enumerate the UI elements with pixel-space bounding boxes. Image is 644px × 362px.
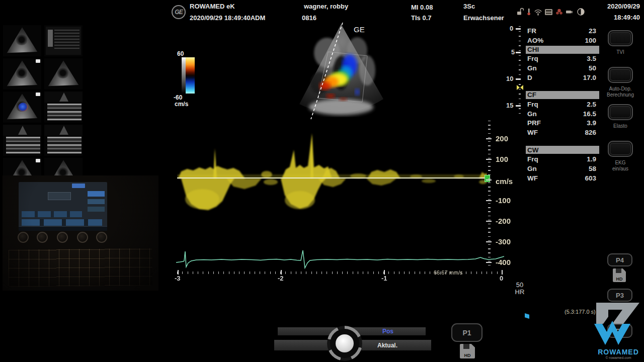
keyboard xyxy=(9,248,153,287)
hd-save-icon[interactable]: HD xyxy=(613,268,626,282)
softkey-button[interactable] xyxy=(608,30,633,46)
contrast-icon xyxy=(577,8,585,16)
section-header-chi: CHI xyxy=(526,46,599,54)
velocity-label: -300 xyxy=(496,237,511,246)
usb-icon xyxy=(566,8,575,16)
velocity-label: 100 xyxy=(496,155,508,163)
patient-id: 0816 xyxy=(302,14,316,22)
param-label: FR xyxy=(527,27,536,35)
depth-label: 15 xyxy=(506,102,513,109)
colorbar-max: 60 xyxy=(177,50,184,57)
softkey-tvi[interactable]: TVI xyxy=(606,30,634,55)
network-icon xyxy=(555,8,564,16)
hd-save-icon[interactable]: HD xyxy=(460,344,475,358)
thumbnail-2d[interactable] xyxy=(44,58,83,89)
softkey-button[interactable] xyxy=(608,67,633,83)
focus-marker[interactable] xyxy=(517,85,523,90)
probe-name: 3Sc xyxy=(463,3,475,10)
unlock-icon xyxy=(516,8,524,16)
trackball-function-pos: Pos xyxy=(382,328,393,335)
cine-loop-duration: (5.3:177.0 s) xyxy=(565,309,596,315)
softkey-button[interactable] xyxy=(608,141,633,157)
time-label: 0 xyxy=(500,275,503,282)
rowamed-logo-site: © rowamed.com xyxy=(593,356,644,359)
rotary-knob xyxy=(57,232,68,243)
hr-value: 50 xyxy=(512,282,527,289)
velocity-label: -200 xyxy=(496,217,511,225)
cine-marker-icon xyxy=(525,313,529,319)
grayscale-bar xyxy=(182,57,186,94)
facility-name: ROWAMED eK xyxy=(190,3,235,10)
rotary-knob xyxy=(96,232,107,243)
softkey-elasto[interactable]: Elasto xyxy=(606,104,634,129)
depth-label: 10 xyxy=(506,75,513,82)
thumbnail-2d[interactable] xyxy=(3,25,41,56)
archive-icon xyxy=(544,8,553,16)
ultrasound-screen: GE ROWAMED eK 2020/09/29 18:49:40ADM wag… xyxy=(0,0,644,362)
rotary-knob xyxy=(37,232,48,243)
exam-datetime: 2020/09/29 18:49:40ADM xyxy=(190,14,265,22)
probe-temp-icon xyxy=(526,8,532,16)
thumbnail-2d[interactable] xyxy=(3,58,41,89)
time-label: -3 xyxy=(175,275,181,282)
rowamed-logo-mark xyxy=(593,302,643,346)
thumbnail-mmode[interactable] xyxy=(44,92,83,123)
softkey-auto-dop[interactable]: Auto-Dop.Berechnung xyxy=(606,67,634,98)
acquisition-parameters: FR23 AO%100 CHI Frq3.5 Gn50 D17.0 CF Frq… xyxy=(526,26,599,183)
depth-label: 5 xyxy=(511,48,515,56)
clipboard-thumbnails xyxy=(3,25,83,189)
softkey-button[interactable] xyxy=(608,104,633,120)
p3-button[interactable]: P3 xyxy=(607,289,632,302)
current-time: 18:49:40 xyxy=(614,14,640,21)
rotary-knob xyxy=(77,232,88,243)
thumbnail-mmode[interactable] xyxy=(44,125,83,156)
tis-readout: TIs 0.7 xyxy=(411,14,432,22)
velocity-unit: cm/s xyxy=(496,177,513,186)
param-value: 23 xyxy=(589,27,596,35)
depth-ruler xyxy=(519,26,521,118)
spectral-doppler-trace[interactable] xyxy=(177,120,487,266)
section-header-cf: CF xyxy=(526,91,599,99)
colorbar-min: -60 xyxy=(174,94,182,101)
velocity-ruler xyxy=(488,121,491,265)
thumbnail-worksheet[interactable] xyxy=(44,25,83,56)
sweep-speed: 66.67 mm/s xyxy=(434,269,462,276)
thumbnail-color-doppler[interactable] xyxy=(3,92,41,123)
velocity-label: -100 xyxy=(496,196,511,205)
touch-panel-screen xyxy=(19,182,107,231)
operator-webcam-view xyxy=(3,175,158,291)
p1-button[interactable]: P1 xyxy=(451,323,482,342)
preset-name: Erwachsener xyxy=(463,14,504,22)
trackball-function-aktual: Aktual. xyxy=(377,342,397,349)
depth-label: 0 xyxy=(510,25,513,32)
p4-button[interactable]: P4 xyxy=(607,253,632,266)
color-doppler-bar xyxy=(186,57,195,94)
rotary-knob xyxy=(18,232,29,243)
rowamed-logo-text: ROWAMED xyxy=(593,348,644,356)
hr-label: HR xyxy=(512,289,527,296)
time-label: -2 xyxy=(278,275,284,282)
mi-readout: MI 0.08 xyxy=(411,4,433,11)
colorbar-unit: cm/s xyxy=(175,101,188,108)
status-icon-row xyxy=(516,8,585,16)
patient-name: wagner, robby xyxy=(304,3,348,10)
softkey-ekg[interactable]: EKGein/aus xyxy=(606,141,634,172)
section-header-cw: CW xyxy=(526,146,599,154)
ecg-trace xyxy=(176,248,504,272)
ge-watermark: GE xyxy=(354,25,365,34)
param-label: AO% xyxy=(527,37,543,44)
heart-rate: 50 HR xyxy=(512,282,527,296)
thumbnail-mmode[interactable] xyxy=(3,125,41,156)
velocity-label: 200 xyxy=(496,134,508,143)
top-status-bar: GE ROWAMED eK 2020/09/29 18:49:40ADM wag… xyxy=(0,0,644,24)
rowamed-logo: ROWAMED © rowamed.com xyxy=(593,302,644,362)
param-value: 100 xyxy=(585,37,596,44)
time-label: -1 xyxy=(381,275,387,282)
trackball[interactable] xyxy=(327,326,362,361)
wifi-icon xyxy=(534,8,542,16)
current-date: 2020/09/29 xyxy=(607,3,640,10)
ge-logo: GE xyxy=(172,5,186,19)
2d-echo-image[interactable] xyxy=(282,23,397,121)
